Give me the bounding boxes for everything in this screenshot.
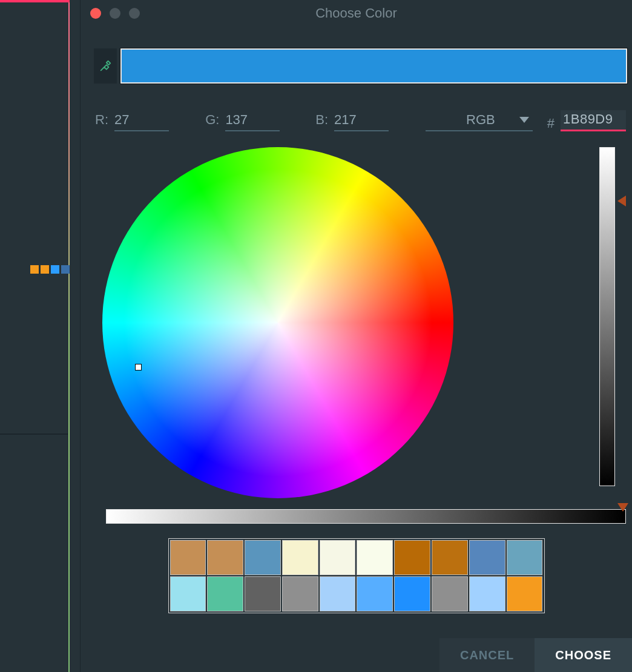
color-preview-swatch: [120, 48, 627, 84]
palette-swatch[interactable]: [320, 576, 356, 611]
palette-swatch[interactable]: [207, 576, 243, 611]
lightness-slider-wrap: [106, 509, 626, 524]
palette-swatch[interactable]: [507, 576, 543, 611]
palette-swatch[interactable]: [394, 540, 430, 575]
color-picker-dialog: Choose Color R: G: B: RGB #: [80, 0, 632, 672]
color-chip-row: [30, 265, 70, 274]
color-pick-area: [102, 147, 626, 498]
red-input[interactable]: [114, 112, 169, 131]
cancel-button[interactable]: CANCEL: [439, 638, 535, 672]
palette-swatch[interactable]: [432, 540, 468, 575]
blue-label: B:: [315, 112, 328, 128]
lightness-slider-thumb[interactable]: [617, 503, 628, 512]
palette-swatch[interactable]: [207, 540, 243, 575]
channel-inputs-row: R: G: B: RGB #: [81, 84, 632, 131]
color-chip: [61, 265, 70, 274]
dialog-title: Choose Color: [81, 5, 632, 21]
palette-swatch[interactable]: [320, 540, 356, 575]
palette-swatch[interactable]: [282, 540, 318, 575]
dialog-button-row: CANCEL CHOOSE: [439, 638, 632, 672]
choose-button[interactable]: CHOOSE: [535, 638, 632, 672]
green-input[interactable]: [225, 112, 280, 131]
palette-swatch[interactable]: [357, 540, 393, 575]
color-wheel-cursor[interactable]: [136, 364, 141, 370]
editor-background-strip: [0, 0, 80, 672]
value-slider-thumb[interactable]: [617, 196, 626, 206]
panel-divider: [0, 433, 68, 435]
chevron-down-icon: [519, 117, 529, 123]
palette-swatch[interactable]: [245, 576, 281, 611]
palette-swatch[interactable]: [432, 576, 468, 611]
blue-input[interactable]: [334, 112, 389, 131]
eyedropper-button[interactable]: [94, 48, 117, 84]
palette-swatch[interactable]: [170, 540, 206, 575]
color-chip: [51, 265, 59, 274]
swatch-palette: [168, 538, 545, 613]
hex-input[interactable]: [561, 110, 626, 131]
red-channel: R:: [95, 112, 203, 131]
palette-swatch[interactable]: [507, 540, 543, 575]
blue-channel: B:: [315, 112, 423, 131]
color-chip: [30, 265, 39, 274]
eyedropper-icon: [99, 59, 112, 73]
green-label: G:: [205, 112, 219, 128]
value-slider[interactable]: [599, 147, 615, 486]
green-channel: G:: [205, 112, 313, 131]
color-mode-dropdown[interactable]: RGB: [426, 112, 532, 131]
lightness-slider[interactable]: [106, 509, 626, 524]
window-controls: [90, 8, 140, 19]
minimize-window-button[interactable]: [110, 8, 120, 19]
color-mode-value: RGB: [466, 112, 495, 128]
titlebar: Choose Color: [81, 0, 632, 27]
preview-row: [81, 27, 632, 84]
top-accent-bar: [0, 0, 70, 2]
red-label: R:: [95, 112, 108, 128]
color-chip: [41, 265, 49, 274]
hex-hash-label: #: [547, 116, 555, 131]
palette-swatch[interactable]: [394, 576, 430, 611]
palette-swatch[interactable]: [282, 576, 318, 611]
color-wheel[interactable]: [102, 147, 453, 498]
palette-swatch[interactable]: [357, 576, 393, 611]
palette-swatch[interactable]: [469, 576, 505, 611]
vertical-accent-bar: [68, 2, 70, 672]
close-window-button[interactable]: [90, 8, 101, 19]
palette-swatch[interactable]: [469, 540, 505, 575]
palette-swatch[interactable]: [245, 540, 281, 575]
zoom-window-button[interactable]: [129, 8, 140, 19]
palette-swatch[interactable]: [170, 576, 206, 611]
